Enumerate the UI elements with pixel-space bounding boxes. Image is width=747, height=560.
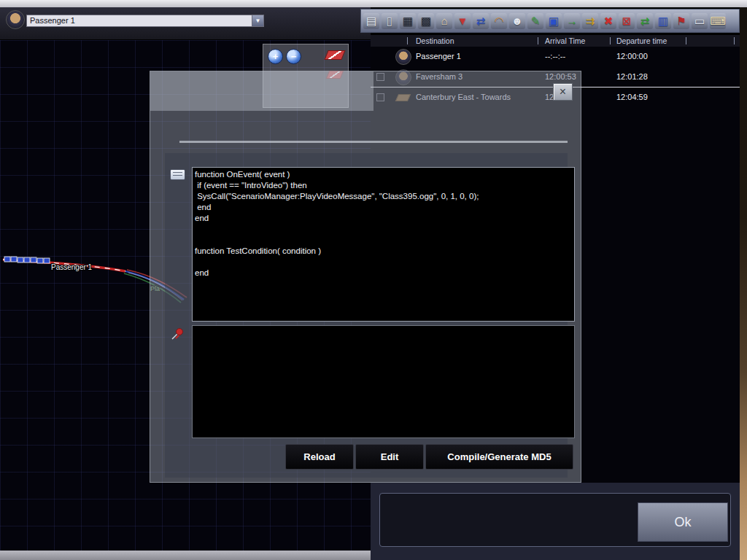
column-separator xyxy=(538,37,538,44)
marker-down-icon[interactable]: ▼ xyxy=(454,13,471,29)
delete-doc-icon[interactable]: ⊠ xyxy=(619,13,635,29)
swap-blue-icon[interactable]: ⇄ xyxy=(473,13,489,29)
dialog-header-area xyxy=(150,71,374,111)
ok-button[interactable]: Ok xyxy=(638,502,728,542)
timetable-header: Destination Arrival Time Departure time xyxy=(371,35,740,47)
row-departure: 12:01:28 xyxy=(616,72,648,81)
script-source-view: function OnEvent( event ) if (event == "… xyxy=(192,167,575,322)
curve-tool-icon[interactable]: ◠ xyxy=(491,13,507,29)
grid-small-icon[interactable]: ▦ xyxy=(400,13,416,29)
column-separator xyxy=(407,37,408,44)
zoom-out-icon[interactable]: − xyxy=(286,49,301,64)
home-icon[interactable]: ⌂ xyxy=(436,13,452,29)
map-route-label: Passenger 1 xyxy=(51,263,93,271)
compile-generate-md5-button[interactable]: Compile/Generate MD5 xyxy=(425,444,573,470)
main-toolbar: ▤▯▦▩⌂▼⇄◠☻✎▣→⇉✖⊠⇄▥⚑▭⌨ xyxy=(360,9,740,33)
arrows-yellow-icon[interactable]: ⇉ xyxy=(582,13,598,29)
table-row[interactable]: Passenger 1 --:--:-- 12:00:00 xyxy=(371,47,740,67)
tiles-icon[interactable]: ▣ xyxy=(546,13,562,29)
marker-tool-icon[interactable] xyxy=(324,50,345,60)
dialog-divider xyxy=(179,141,568,143)
driver-icon[interactable]: ☻ xyxy=(509,13,525,29)
column-header-destination: Destination xyxy=(416,36,454,45)
train-consist-markers[interactable] xyxy=(4,257,50,263)
window-top-strip xyxy=(0,0,747,7)
edit-pencil-icon[interactable]: ✎ xyxy=(527,13,543,29)
close-icon[interactable]: × xyxy=(553,83,573,101)
compile-output-pin-icon xyxy=(170,327,185,341)
edit-button[interactable]: Edit xyxy=(355,444,424,470)
chevron-down-icon[interactable]: ▼ xyxy=(252,15,263,26)
swap-green-icon[interactable]: ⇄ xyxy=(637,13,653,29)
script-editor-dialog: × function OnEvent( event ) if (event ==… xyxy=(150,71,581,483)
compile-output-view xyxy=(192,325,575,438)
panel-blue-icon[interactable]: ▥ xyxy=(655,13,671,29)
keyboard-icon[interactable]: ⌨ xyxy=(710,13,726,29)
driver-avatar xyxy=(395,49,411,65)
column-header-departure: Departure time xyxy=(616,36,667,45)
row-departure: 12:04:59 xyxy=(616,93,648,101)
grid-large-icon[interactable]: ▩ xyxy=(418,13,434,29)
zoom-in-icon[interactable]: + xyxy=(268,49,283,64)
driver-dropdown[interactable]: Passenger 1 ▼ xyxy=(26,15,264,27)
column-separator xyxy=(686,37,686,44)
bottom-status-strip xyxy=(0,551,371,560)
column-separator xyxy=(610,37,611,44)
row-arrival: --:--:-- xyxy=(545,52,565,61)
delete-red-icon[interactable]: ✖ xyxy=(600,13,616,29)
column-separator xyxy=(734,37,735,44)
reload-button[interactable]: Reload xyxy=(285,444,354,470)
driver-dropdown-value: Passenger 1 xyxy=(27,15,252,26)
script-file-icon xyxy=(170,169,185,180)
scenario-editor-window: Passenger 1 ▼ xyxy=(0,0,747,560)
trash-icon[interactable]: ▯ xyxy=(382,13,398,29)
column-header-arrival: Arrival Time xyxy=(545,36,585,45)
arrow-right-green-icon[interactable]: → xyxy=(564,13,580,29)
row-departure: 12:00:00 xyxy=(616,52,648,61)
row-destination: Passenger 1 xyxy=(416,52,461,61)
driver-avatar xyxy=(6,10,25,29)
monitor-icon[interactable]: ▭ xyxy=(692,13,708,29)
driver-selection-bar: Passenger 1 ▼ xyxy=(0,7,371,40)
world-view-edge xyxy=(740,7,747,560)
save-icon[interactable]: ▤ xyxy=(363,13,379,29)
confirm-panel: Ok xyxy=(371,483,740,560)
flag-red-icon[interactable]: ⚑ xyxy=(673,13,689,29)
